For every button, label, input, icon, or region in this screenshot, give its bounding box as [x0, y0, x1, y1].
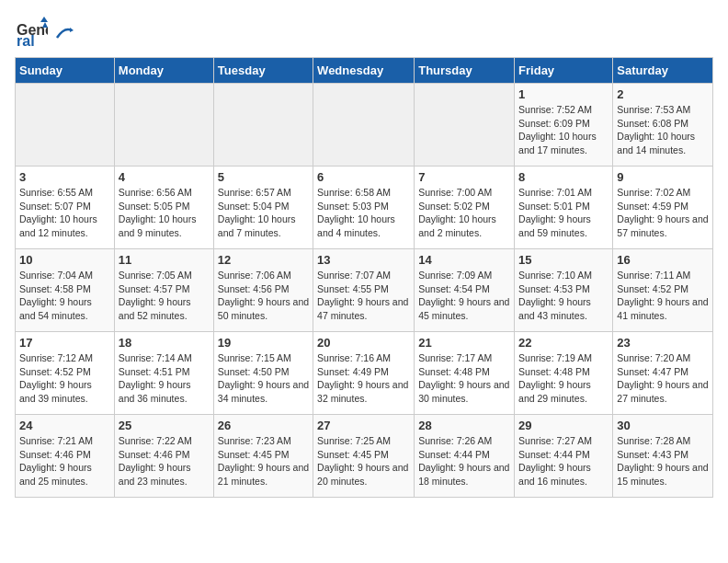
day-number: 10: [19, 253, 110, 267]
day-info: Sunrise: 7:52 AM Sunset: 6:09 PM Dayligh…: [518, 103, 609, 157]
header-sunday: Sunday: [16, 58, 115, 84]
day-number: 19: [218, 336, 309, 350]
calendar-cell: 15Sunrise: 7:10 AM Sunset: 4:53 PM Dayli…: [515, 249, 613, 332]
calendar-cell: 5Sunrise: 6:57 AM Sunset: 5:04 PM Daylig…: [213, 167, 313, 249]
calendar-cell: 4Sunrise: 6:56 AM Sunset: 5:05 PM Daylig…: [114, 167, 213, 249]
calendar-table: SundayMondayTuesdayWednesdayThursdayFrid…: [15, 57, 713, 498]
day-number: 25: [119, 419, 210, 432]
day-info: Sunrise: 7:53 AM Sunset: 6:08 PM Dayligh…: [617, 103, 709, 157]
day-number: 17: [19, 336, 110, 350]
day-info: Sunrise: 6:55 AM Sunset: 5:07 PM Dayligh…: [19, 186, 110, 240]
day-info: Sunrise: 7:25 AM Sunset: 4:45 PM Dayligh…: [317, 434, 410, 488]
day-info: Sunrise: 7:28 AM Sunset: 4:43 PM Dayligh…: [617, 434, 709, 488]
calendar-cell: 6Sunrise: 6:58 AM Sunset: 5:03 PM Daylig…: [313, 167, 415, 249]
day-info: Sunrise: 6:58 AM Sunset: 5:03 PM Dayligh…: [317, 186, 410, 240]
day-number: 20: [317, 336, 410, 350]
calendar-week-4: 24Sunrise: 7:21 AM Sunset: 4:46 PM Dayli…: [16, 415, 713, 498]
day-number: 8: [518, 170, 609, 184]
day-info: Sunrise: 6:56 AM Sunset: 5:05 PM Dayligh…: [119, 186, 210, 240]
day-info: Sunrise: 6:57 AM Sunset: 5:04 PM Dayligh…: [218, 186, 309, 240]
header-thursday: Thursday: [415, 58, 515, 84]
day-info: Sunrise: 7:12 AM Sunset: 4:52 PM Dayligh…: [19, 351, 110, 406]
calendar-cell: 13Sunrise: 7:07 AM Sunset: 4:55 PM Dayli…: [313, 249, 415, 332]
day-number: 18: [119, 336, 210, 350]
svg-marker-4: [70, 28, 74, 32]
calendar-cell: [114, 84, 213, 167]
day-number: 22: [518, 336, 609, 350]
calendar-week-2: 10Sunrise: 7:04 AM Sunset: 4:58 PM Dayli…: [16, 249, 713, 332]
day-number: 7: [418, 170, 510, 184]
calendar-cell: 7Sunrise: 7:00 AM Sunset: 5:02 PM Daylig…: [415, 167, 515, 249]
day-info: Sunrise: 7:07 AM Sunset: 4:55 PM Dayligh…: [317, 269, 410, 323]
calendar-cell: 17Sunrise: 7:12 AM Sunset: 4:52 PM Dayli…: [16, 332, 115, 415]
header: Gene ral: [15, 15, 713, 48]
calendar-cell: 19Sunrise: 7:15 AM Sunset: 4:50 PM Dayli…: [213, 332, 313, 415]
calendar-cell: 25Sunrise: 7:22 AM Sunset: 4:46 PM Dayli…: [114, 415, 213, 498]
calendar-cell: 20Sunrise: 7:16 AM Sunset: 4:49 PM Dayli…: [313, 332, 415, 415]
calendar-cell: 14Sunrise: 7:09 AM Sunset: 4:54 PM Dayli…: [415, 249, 515, 332]
calendar-cell: [415, 84, 515, 167]
day-info: Sunrise: 7:04 AM Sunset: 4:58 PM Dayligh…: [19, 269, 110, 323]
logo: Gene ral: [15, 15, 74, 48]
calendar-cell: 21Sunrise: 7:17 AM Sunset: 4:48 PM Dayli…: [415, 332, 515, 415]
calendar-cell: [16, 84, 115, 167]
day-info: Sunrise: 7:09 AM Sunset: 4:54 PM Dayligh…: [418, 269, 510, 323]
day-info: Sunrise: 7:10 AM Sunset: 4:53 PM Dayligh…: [518, 269, 609, 323]
day-info: Sunrise: 7:23 AM Sunset: 4:45 PM Dayligh…: [218, 434, 309, 488]
calendar-cell: 8Sunrise: 7:01 AM Sunset: 5:01 PM Daylig…: [515, 167, 613, 249]
day-info: Sunrise: 7:02 AM Sunset: 4:59 PM Dayligh…: [617, 186, 709, 240]
header-friday: Friday: [515, 58, 613, 84]
day-info: Sunrise: 7:27 AM Sunset: 4:44 PM Dayligh…: [518, 434, 609, 488]
calendar-cell: 29Sunrise: 7:27 AM Sunset: 4:44 PM Dayli…: [515, 415, 613, 498]
calendar-week-3: 17Sunrise: 7:12 AM Sunset: 4:52 PM Dayli…: [16, 332, 713, 415]
day-number: 11: [119, 253, 210, 267]
day-info: Sunrise: 7:20 AM Sunset: 4:47 PM Dayligh…: [617, 351, 709, 406]
day-number: 1: [518, 87, 609, 101]
day-info: Sunrise: 7:19 AM Sunset: 4:48 PM Dayligh…: [518, 351, 609, 406]
svg-marker-2: [40, 17, 48, 22]
calendar-cell: 3Sunrise: 6:55 AM Sunset: 5:07 PM Daylig…: [16, 167, 115, 249]
day-info: Sunrise: 7:26 AM Sunset: 4:44 PM Dayligh…: [418, 434, 510, 488]
day-number: 27: [317, 419, 410, 432]
calendar-cell: [313, 84, 415, 167]
calendar-cell: 2Sunrise: 7:53 AM Sunset: 6:08 PM Daylig…: [613, 84, 713, 167]
day-number: 3: [19, 170, 110, 184]
calendar-week-1: 3Sunrise: 6:55 AM Sunset: 5:07 PM Daylig…: [16, 167, 713, 249]
day-number: 29: [518, 419, 609, 432]
day-number: 14: [418, 253, 510, 267]
day-number: 21: [418, 336, 510, 350]
day-info: Sunrise: 7:01 AM Sunset: 5:01 PM Dayligh…: [518, 186, 609, 240]
calendar-cell: 28Sunrise: 7:26 AM Sunset: 4:44 PM Dayli…: [415, 415, 515, 498]
day-info: Sunrise: 7:22 AM Sunset: 4:46 PM Dayligh…: [119, 434, 210, 488]
logo-icon: Gene ral: [15, 15, 48, 48]
day-number: 23: [617, 336, 709, 350]
day-info: Sunrise: 7:00 AM Sunset: 5:02 PM Dayligh…: [418, 186, 510, 240]
calendar-cell: 23Sunrise: 7:20 AM Sunset: 4:47 PM Dayli…: [613, 332, 713, 415]
day-number: 4: [119, 170, 210, 184]
calendar-cell: [213, 84, 313, 167]
svg-text:ral: ral: [17, 33, 35, 48]
day-number: 12: [218, 253, 309, 267]
day-number: 26: [218, 419, 309, 432]
header-tuesday: Tuesday: [213, 58, 313, 84]
calendar-cell: 11Sunrise: 7:05 AM Sunset: 4:57 PM Dayli…: [114, 249, 213, 332]
day-number: 2: [617, 87, 709, 101]
day-info: Sunrise: 7:14 AM Sunset: 4:51 PM Dayligh…: [119, 351, 210, 406]
calendar-cell: 22Sunrise: 7:19 AM Sunset: 4:48 PM Dayli…: [515, 332, 613, 415]
day-number: 5: [218, 170, 309, 184]
calendar-cell: 9Sunrise: 7:02 AM Sunset: 4:59 PM Daylig…: [613, 167, 713, 249]
day-number: 24: [19, 419, 110, 432]
day-info: Sunrise: 7:15 AM Sunset: 4:50 PM Dayligh…: [218, 351, 309, 406]
day-number: 9: [617, 170, 709, 184]
calendar-header-row: SundayMondayTuesdayWednesdayThursdayFrid…: [16, 58, 713, 84]
calendar-cell: 10Sunrise: 7:04 AM Sunset: 4:58 PM Dayli…: [16, 249, 115, 332]
calendar-cell: 18Sunrise: 7:14 AM Sunset: 4:51 PM Dayli…: [114, 332, 213, 415]
day-info: Sunrise: 7:06 AM Sunset: 4:56 PM Dayligh…: [218, 269, 309, 323]
day-info: Sunrise: 7:11 AM Sunset: 4:52 PM Dayligh…: [617, 269, 709, 323]
day-number: 16: [617, 253, 709, 267]
logo-swoosh: [55, 25, 74, 41]
header-wednesday: Wednesday: [313, 58, 415, 84]
day-number: 13: [317, 253, 410, 267]
day-info: Sunrise: 7:05 AM Sunset: 4:57 PM Dayligh…: [119, 269, 210, 323]
day-number: 30: [617, 419, 709, 432]
